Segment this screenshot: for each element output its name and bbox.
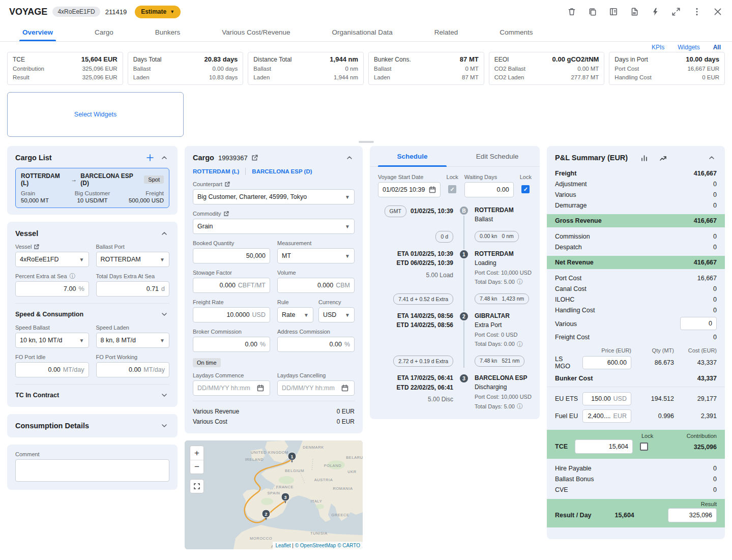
contribution-value: 325,096: [694, 444, 717, 451]
tab-schedule[interactable]: Schedule: [370, 146, 455, 166]
tab-cargo[interactable]: Cargo: [95, 23, 113, 41]
rule-select[interactable]: Rate▼: [277, 307, 313, 322]
expand-consumption-icon[interactable]: [159, 421, 169, 431]
calendar-icon[interactable]: [255, 383, 266, 393]
comment-textarea[interactable]: [15, 459, 169, 482]
report-icon[interactable]: [608, 7, 619, 17]
filter-widgets-link[interactable]: Widgets: [678, 44, 699, 51]
timeline-node-2[interactable]: 2: [459, 311, 469, 321]
ballast-port-select[interactable]: ROTTERDAM▼: [96, 252, 170, 267]
stowage-factor-label: Stowage Factor: [193, 270, 270, 276]
filter-kpis-link[interactable]: KPIs: [652, 44, 664, 51]
tce-input[interactable]: 15,604: [575, 439, 633, 454]
tce-lock-checkbox[interactable]: [640, 443, 648, 451]
stowage-factor-input[interactable]: 0.000CBFT/MT: [193, 278, 270, 293]
info-icon[interactable]: ⓘ: [70, 273, 76, 279]
zoom-in-button[interactable]: +: [190, 446, 203, 460]
various-cost-input[interactable]: 0: [680, 317, 717, 330]
collapse-cargo-list-icon[interactable]: [159, 153, 169, 163]
timeline-node-3[interactable]: 3: [459, 373, 469, 384]
speed-consumption-section-toggle[interactable]: Speed & Consumption: [15, 303, 169, 319]
laydays-cancelling-input[interactable]: DD/MM/YY hh:mm: [277, 380, 355, 396]
timeline-node-ballast[interactable]: B: [459, 205, 469, 216]
external-link-icon[interactable]: [224, 211, 229, 216]
timeline-node-1[interactable]: 1: [459, 249, 469, 259]
schedule-stop: ETA 01/02/25, 10:39 ETD 06/02/25, 10:39 …: [378, 249, 532, 286]
carto-link[interactable]: © CARTO: [337, 543, 360, 548]
route-map[interactable]: UNITED KINGDOM IRELAND DENMARK POLAND BE…: [185, 440, 363, 549]
collapse-vessel-icon[interactable]: [159, 228, 169, 239]
waiting-days-lock-checkbox[interactable]: [521, 185, 530, 193]
measurement-select[interactable]: MT▼: [277, 248, 355, 263]
speed-laden-label: Speed Laden: [96, 325, 170, 331]
calendar-icon[interactable]: [427, 185, 437, 195]
fullscreen-icon[interactable]: [671, 7, 681, 17]
map-fullscreen-button[interactable]: [190, 479, 204, 493]
nav-tabs: Overview Cargo Bunkers Various Cost/Reve…: [0, 23, 732, 42]
select-widgets-link[interactable]: Select Widgets: [74, 111, 116, 118]
tab-various-cost-revenue[interactable]: Various Cost/Revenue: [222, 23, 290, 41]
fo-port-idle-input[interactable]: 0.00MT/day: [15, 362, 89, 377]
collapse-cargo-detail-icon[interactable]: [344, 153, 355, 163]
osm-link[interactable]: © OpenStreetMap: [295, 543, 336, 548]
info-icon[interactable]: ⓘ: [517, 279, 523, 285]
filter-all-link[interactable]: All: [713, 44, 721, 51]
currency-select[interactable]: USD▼: [318, 307, 355, 322]
fueleu-price-input[interactable]: 2,400....EUR: [582, 409, 631, 423]
drag-handle[interactable]: [359, 141, 374, 143]
delete-icon[interactable]: [567, 7, 577, 17]
bar-chart-icon[interactable]: [639, 153, 649, 163]
booked-quantity-input[interactable]: 50,000: [193, 248, 270, 263]
broker-commission-input[interactable]: 0.00%: [193, 337, 270, 352]
close-icon[interactable]: [713, 7, 723, 17]
cargo-list-item[interactable]: ROTTERDAM (L) → BARCELONA ESP (D) Spot G…: [15, 168, 169, 208]
days-extra-input[interactable]: 0.71d: [96, 281, 170, 297]
vessel-select[interactable]: 4xRoEeE1FD▼: [15, 252, 89, 267]
more-options-icon[interactable]: [692, 7, 702, 17]
zoom-out-button[interactable]: −: [190, 460, 203, 474]
external-link-icon[interactable]: [225, 182, 230, 187]
chevron-down-icon: ▼: [342, 194, 350, 200]
duplicate-icon[interactable]: [588, 7, 598, 17]
counterpart-select[interactable]: Big Customer, Charterer, 45999, Tokyo▼: [193, 189, 355, 204]
speed-ballast-select[interactable]: 10 kn, 10 MT/d▼: [15, 333, 89, 348]
tab-comments[interactable]: Comments: [500, 23, 533, 41]
voyage-start-date-input[interactable]: 01/02/25 10:39: [378, 182, 441, 197]
freight-rate-input[interactable]: 10.0000USD: [193, 307, 270, 322]
voyage-start-lock-checkbox[interactable]: [448, 185, 456, 193]
charge-icon[interactable]: [650, 7, 660, 17]
volume-input[interactable]: 0.000CBM: [277, 278, 355, 293]
fo-port-working-input[interactable]: 0.00MT/day: [96, 362, 170, 377]
address-commission-input[interactable]: 0.00%: [277, 337, 355, 352]
tc-in-contract-section-toggle[interactable]: TC In Contract: [15, 384, 169, 400]
calendar-icon[interactable]: [340, 383, 350, 393]
trend-chart-icon[interactable]: [658, 153, 668, 163]
pnl-row-label: Various: [555, 191, 576, 198]
leaflet-link[interactable]: Leaflet: [275, 543, 290, 548]
waiting-days-input[interactable]: 0.00: [464, 182, 514, 197]
external-link-icon[interactable]: [252, 155, 258, 161]
result-input[interactable]: 325,096: [668, 508, 717, 522]
external-link-icon[interactable]: [34, 244, 39, 249]
add-cargo-button[interactable]: [145, 153, 155, 163]
export-pdf-icon[interactable]: [629, 7, 639, 17]
speed-laden-select[interactable]: 8 kn, 8 MT/d▼: [96, 333, 170, 348]
tab-bunkers[interactable]: Bunkers: [155, 23, 181, 41]
chevron-down-icon: ▼: [76, 338, 84, 343]
info-icon[interactable]: ⓘ: [517, 341, 523, 347]
commodity-select[interactable]: Grain▼: [193, 219, 355, 234]
info-icon[interactable]: ⓘ: [517, 403, 523, 409]
tab-organisational-data[interactable]: Organisational Data: [332, 23, 392, 41]
pnl-row-label: Port Cost: [555, 275, 581, 282]
tab-related[interactable]: Related: [434, 23, 458, 41]
estimate-dropdown-button[interactable]: Estimate ▼: [135, 6, 181, 18]
euets-price-input[interactable]: 150.00USD: [582, 392, 631, 405]
load-port-link[interactable]: ROTTERDAM (L): [193, 168, 239, 174]
tab-overview[interactable]: Overview: [22, 23, 53, 41]
lsmgo-price-input[interactable]: 600.00: [582, 356, 631, 369]
discharge-port-link[interactable]: BARCELONA ESP (D): [252, 168, 312, 174]
percent-extra-input[interactable]: 7.00%: [15, 281, 89, 297]
collapse-pnl-icon[interactable]: [707, 153, 717, 163]
tab-edit-schedule[interactable]: Edit Schedule: [455, 146, 540, 166]
laydays-commence-input[interactable]: DD/MM/YY hh:mm: [193, 380, 270, 396]
